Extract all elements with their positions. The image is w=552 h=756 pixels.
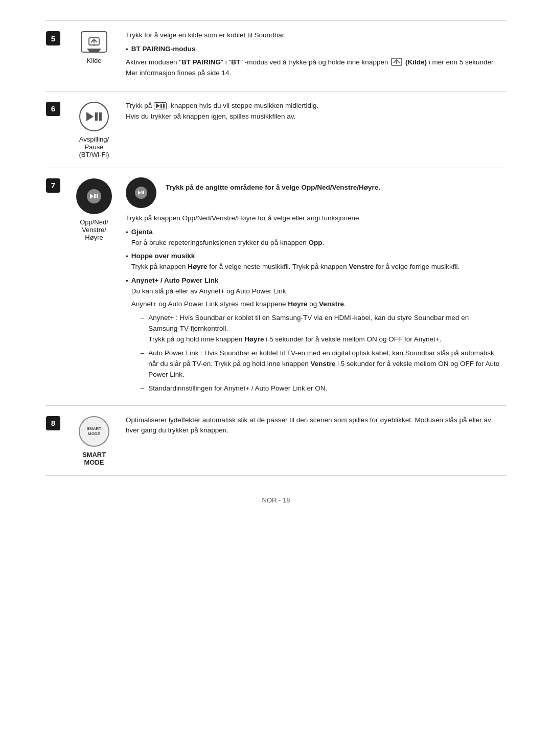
smart-mode-icon: SMARTMODE bbox=[79, 416, 109, 447]
row-number-6: 6 bbox=[46, 91, 68, 168]
desc-text-6: Trykk på -knappen hvis du vil stoppe mus… bbox=[126, 101, 500, 122]
row7-inline-icon bbox=[126, 177, 156, 208]
play-triangle bbox=[86, 112, 94, 121]
playpause-icon bbox=[79, 102, 109, 131]
desc-5: Trykk for å velge en kilde som er koblet… bbox=[120, 21, 506, 91]
row7-top-text: Trykk på de angitte områdene for å velge… bbox=[166, 177, 380, 193]
desc-6: Trykk på -knappen hvis du vil stoppe mus… bbox=[120, 91, 506, 168]
content-table: 5 Kilde Trykk for å velge en kilde som e… bbox=[46, 20, 506, 476]
icon-label-5: Kilde bbox=[75, 57, 113, 64]
col-icon-7: Opp/Ned/ Venstre/ Høyre bbox=[68, 168, 120, 405]
desc-text-8: Optimaliserer lydeffekter automatisk sli… bbox=[126, 415, 500, 437]
page-wrapper: 5 Kilde Trykk for å velge en kilde som e… bbox=[46, 0, 506, 535]
pause-bars bbox=[95, 112, 102, 121]
table-row: 5 Kilde Trykk for å velge en kilde som e… bbox=[46, 21, 506, 91]
col-icon-8: SMARTMODE SMART MODE bbox=[68, 405, 120, 475]
nav-circle-center bbox=[87, 189, 101, 203]
page-footer: NOR - 18 bbox=[46, 496, 506, 504]
table-row: 6 Avspilling/ Pause (BT/Wi-Fi) Trykk bbox=[46, 91, 506, 168]
bullet-btpairing: • BT PAIRING-modus bbox=[126, 44, 500, 55]
icon-label-8: SMART MODE bbox=[75, 451, 113, 466]
desc-para-5a: Trykk for å velge en kilde som er koblet… bbox=[126, 30, 500, 41]
icon-label-6: Avspilling/ Pause (BT/Wi-Fi) bbox=[75, 135, 113, 158]
desc-para-5b: Aktiver modusen "BT PAIRING" i "BT" -mod… bbox=[126, 57, 500, 79]
bullet-anynet: • Anynet+ / Auto Power Link Du kan slå p… bbox=[126, 276, 500, 394]
source-icon bbox=[81, 31, 107, 53]
row7-top-note: Trykk på de angitte områdene for å velge… bbox=[126, 177, 500, 208]
col-icon-6: Avspilling/ Pause (BT/Wi-Fi) bbox=[68, 91, 120, 168]
row-number-7: 7 bbox=[46, 168, 68, 405]
icon-label-7: Opp/Ned/ Venstre/ Høyre bbox=[75, 218, 113, 241]
page-number: NOR - 18 bbox=[262, 496, 290, 504]
sub-anynet-plus: – Anynet+ : Hvis Soundbar er koblet til … bbox=[141, 313, 500, 345]
table-row: 7 Opp/Ned/ Venstre/ Høyre bbox=[46, 168, 506, 405]
row7-main-text: Trykk på knappen Opp/Ned/Venstre/Høyre f… bbox=[126, 213, 500, 224]
sub-auto-power: – Auto Power Link : Hvis Soundbar er kob… bbox=[141, 348, 500, 380]
source-svg bbox=[88, 37, 100, 47]
desc-8: Optimaliserer lydeffekter automatisk sli… bbox=[120, 405, 506, 475]
row-number-5: 5 bbox=[46, 21, 68, 91]
table-row: 8 SMARTMODE SMART MODE Optimaliserer lyd… bbox=[46, 405, 506, 475]
sub-standard: – Standardinnstillingen for Anynet+ / Au… bbox=[141, 383, 500, 394]
inline-source-icon bbox=[391, 58, 402, 67]
smart-mode-text: SMARTMODE bbox=[87, 426, 101, 436]
bullet-hoppe: • Hoppe over musikk Trykk på knappen Høy… bbox=[126, 251, 500, 272]
bullet-gjenta: • Gjenta For å bruke repeteringsfunksjon… bbox=[126, 227, 500, 248]
nav-circle-icon bbox=[76, 178, 112, 214]
row-number-8: 8 bbox=[46, 405, 68, 475]
desc-7: Trykk på de angitte områdene for å velge… bbox=[120, 168, 506, 405]
col-icon-5: Kilde bbox=[68, 21, 120, 91]
